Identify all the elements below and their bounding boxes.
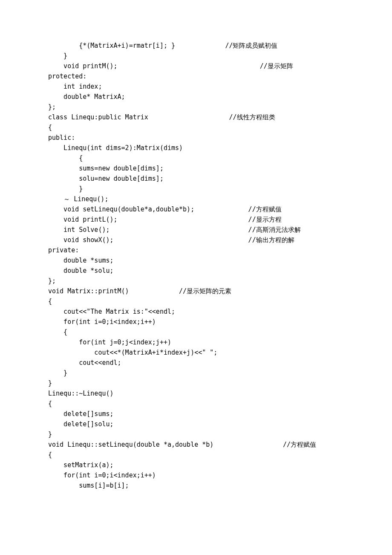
- code-line: Linequ::~Linequ(): [48, 388, 344, 399]
- code-line: double *sums;: [48, 255, 344, 266]
- code-line: sums[i]=b[i];: [48, 480, 344, 491]
- code-line: void printL(); //显示方程: [48, 214, 344, 225]
- code-line: void showX(); //输出方程的解: [48, 235, 344, 245]
- code-line: }: [48, 378, 344, 388]
- code-line: }: [48, 429, 344, 439]
- code-line: protected:: [48, 71, 344, 81]
- code-line: int Solve(); //高斯消元法求解: [48, 225, 344, 235]
- code-line: delete[]solu;: [48, 419, 344, 429]
- code-line: int index;: [48, 81, 344, 92]
- code-line: {: [48, 327, 344, 337]
- code-line: void Linequ::setLinequ(double *a,double …: [48, 439, 344, 450]
- code-line: void setLinequ(double*a,double*b); //方程赋…: [48, 204, 344, 214]
- code-line: }: [48, 184, 344, 194]
- code-line: double *solu;: [48, 266, 344, 276]
- code-line: double* MatrixA;: [48, 92, 344, 102]
- code-line: cout<<endl;: [48, 358, 344, 368]
- code-line: for(int j=0;j<index;j++): [48, 337, 344, 347]
- code-line: for(int i=0;i<index;i++): [48, 470, 344, 480]
- code-line: };: [48, 102, 344, 112]
- code-line: delete[]sums;: [48, 409, 344, 419]
- code-page: {*(MatrixA+i)=rmatr[i]; } //矩阵成员赋初值 } vo…: [0, 0, 392, 508]
- code-line: {: [48, 122, 344, 133]
- code-line: private:: [48, 245, 344, 255]
- code-line: ～ Linequ();: [48, 194, 344, 204]
- code-line: {: [48, 296, 344, 306]
- code-line: for(int i=0;i<index;i++): [48, 317, 344, 327]
- code-line: setMatrix(a);: [48, 460, 344, 470]
- code-line: {: [48, 399, 344, 409]
- code-line: Linequ(int dims=2):Matrix(dims): [48, 143, 344, 153]
- code-line: cout<<"The Matrix is:"<<endl;: [48, 306, 344, 317]
- code-line: class Linequ:public Matrix //线性方程组类: [48, 112, 344, 122]
- code-line: void printM(); //显示矩阵: [48, 61, 344, 71]
- code-line: public:: [48, 133, 344, 143]
- code-line: void Matrix::printM() //显示矩阵的元素: [48, 286, 344, 296]
- code-line: {*(MatrixA+i)=rmatr[i]; } //矩阵成员赋初值: [48, 40, 344, 51]
- code-line: sums=new double[dims];: [48, 163, 344, 173]
- code-line: {: [48, 450, 344, 460]
- code-line: }: [48, 51, 344, 61]
- code-line: }: [48, 368, 344, 378]
- code-line: {: [48, 153, 344, 163]
- code-line: };: [48, 276, 344, 286]
- code-line: solu=new double[dims];: [48, 173, 344, 184]
- code-line: cout<<*(MatrixA+i*index+j)<<" ";: [48, 347, 344, 358]
